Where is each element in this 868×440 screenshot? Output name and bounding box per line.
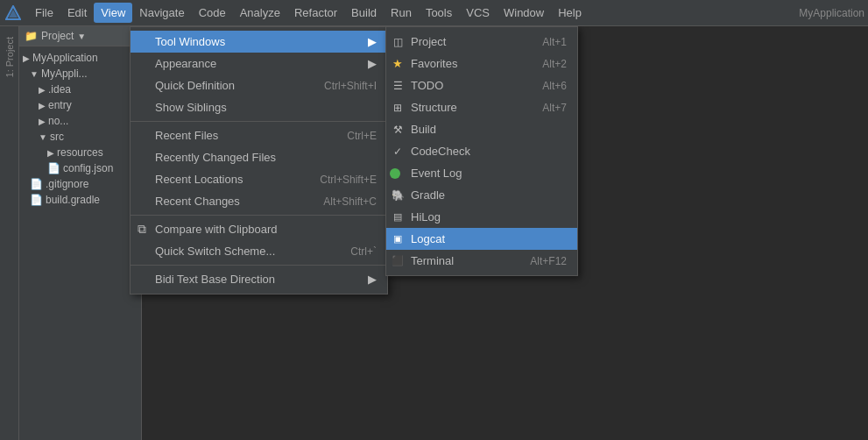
menu-item-gradle[interactable]: 🐘 Gradle bbox=[386, 184, 577, 206]
shortcut-label: Alt+F12 bbox=[512, 255, 567, 267]
app-logo bbox=[4, 4, 23, 23]
app-name: MyApplication bbox=[799, 7, 864, 19]
menu-item-hilog[interactable]: ▤ HiLog bbox=[386, 206, 577, 228]
menu-window[interactable]: Window bbox=[497, 3, 551, 23]
menu-item-favorites[interactable]: ★ Favorites Alt+2 bbox=[386, 53, 577, 75]
codecheck-icon: ✓ bbox=[390, 145, 406, 158]
shortcut-label: Ctrl+E bbox=[329, 130, 377, 142]
menu-item-terminal[interactable]: ⬛ Terminal Alt+F12 bbox=[386, 250, 577, 272]
tool-windows-submenu: ◫ Project Alt+1 ★ Favorites Alt+2 ☰ TODO… bbox=[385, 26, 578, 276]
build-icon: ⚒ bbox=[390, 124, 406, 136]
menu-separator-1 bbox=[131, 121, 387, 122]
favorites-icon: ★ bbox=[390, 57, 406, 70]
shortcut-label: Alt+7 bbox=[525, 102, 567, 114]
menu-tools[interactable]: Tools bbox=[419, 3, 459, 23]
menu-item-label: Appearance bbox=[155, 57, 216, 70]
menu-item-label: Terminal bbox=[411, 254, 454, 267]
shortcut-label: Alt+1 bbox=[525, 36, 567, 48]
menu-item-label: Project bbox=[411, 35, 446, 48]
shortcut-label: Alt+Shift+C bbox=[306, 195, 377, 208]
menu-item-quick-definition[interactable]: Quick Definition Ctrl+Shift+I bbox=[131, 75, 387, 96]
structure-icon: ⊞ bbox=[390, 102, 406, 114]
menu-item-label: Event Log bbox=[411, 167, 462, 180]
view-menu-dropdown: Tool Windows ▶ Appearance ▶ Quick Defini… bbox=[130, 26, 388, 295]
shortcut-label: Alt+2 bbox=[525, 58, 567, 70]
submenu-arrow-icon: ▶ bbox=[361, 35, 377, 48]
menu-item-label: Compare with Clipboard bbox=[155, 223, 277, 236]
menu-separator-3 bbox=[131, 265, 387, 266]
menu-item-label: Recent Locations bbox=[155, 173, 243, 186]
menu-navigate[interactable]: Navigate bbox=[132, 3, 191, 23]
menu-item-tool-windows[interactable]: Tool Windows ▶ bbox=[131, 31, 387, 53]
menu-refactor[interactable]: Refactor bbox=[287, 3, 344, 23]
menu-item-appearance[interactable]: Appearance ▶ bbox=[131, 53, 387, 75]
menu-vcs[interactable]: VCS bbox=[459, 3, 497, 23]
menu-item-recent-changes[interactable]: Recent Changes Alt+Shift+C bbox=[131, 190, 387, 212]
menu-item-event-log[interactable]: Event Log bbox=[386, 162, 577, 184]
shortcut-label: Ctrl+` bbox=[333, 245, 377, 258]
menu-item-recently-changed[interactable]: Recently Changed Files bbox=[131, 146, 387, 168]
menu-run[interactable]: Run bbox=[384, 3, 419, 23]
gradle-icon: 🐘 bbox=[390, 189, 406, 202]
menu-build[interactable]: Build bbox=[344, 3, 384, 23]
menu-file[interactable]: File bbox=[28, 3, 60, 23]
menu-item-codecheck[interactable]: ✓ CodeCheck bbox=[386, 140, 577, 162]
menu-item-label: Structure bbox=[411, 101, 457, 114]
menu-item-todo[interactable]: ☰ TODO Alt+6 bbox=[386, 75, 577, 96]
menu-item-label: Bidi Text Base Direction bbox=[155, 273, 275, 286]
submenu-arrow-icon: ▶ bbox=[361, 57, 377, 70]
menu-item-label: Favorites bbox=[411, 57, 457, 70]
compare-clipboard-icon: ⧉ bbox=[134, 222, 150, 237]
menu-item-recent-files[interactable]: Recent Files Ctrl+E bbox=[131, 124, 387, 146]
shortcut-label: Ctrl+Shift+I bbox=[307, 80, 377, 92]
menu-item-label: Show Siblings bbox=[155, 101, 227, 114]
terminal-icon: ⬛ bbox=[390, 255, 406, 266]
menu-item-show-siblings[interactable]: Show Siblings bbox=[131, 96, 387, 118]
menu-item-label: Tool Windows bbox=[155, 35, 225, 48]
menu-edit[interactable]: Edit bbox=[60, 3, 94, 23]
menubar: File Edit View Navigate Code Analyze Ref… bbox=[0, 0, 868, 26]
menu-code[interactable]: Code bbox=[192, 3, 233, 23]
menu-item-build[interactable]: ⚒ Build bbox=[386, 118, 577, 140]
todo-icon: ☰ bbox=[390, 80, 406, 92]
menu-item-label: CodeCheck bbox=[411, 145, 470, 158]
event-log-icon bbox=[390, 168, 400, 179]
hilog-icon: ▤ bbox=[390, 211, 406, 223]
menu-help[interactable]: Help bbox=[551, 3, 589, 23]
menu-item-label: HiLog bbox=[411, 210, 441, 224]
menu-item-project[interactable]: ◫ Project Alt+1 bbox=[386, 31, 577, 53]
menu-item-compare-clipboard[interactable]: ⧉ Compare with Clipboard bbox=[131, 218, 387, 240]
menu-item-logcat[interactable]: ▣ Logcat bbox=[386, 228, 577, 250]
menu-item-label: Build bbox=[411, 123, 436, 136]
dropdown-overlay: Tool Windows ▶ Appearance ▶ Quick Defini… bbox=[0, 26, 868, 440]
menu-analyze[interactable]: Analyze bbox=[233, 3, 287, 23]
menu-item-label: TODO bbox=[411, 79, 443, 92]
project-icon: ◫ bbox=[390, 36, 406, 48]
menu-item-label: Quick Definition bbox=[155, 79, 235, 92]
menu-item-label: Gradle bbox=[411, 188, 445, 202]
logcat-icon: ▣ bbox=[390, 233, 406, 245]
menu-item-recent-locations[interactable]: Recent Locations Ctrl+Shift+E bbox=[131, 168, 387, 190]
submenu-arrow-icon: ▶ bbox=[361, 273, 377, 286]
shortcut-label: Alt+6 bbox=[525, 80, 567, 92]
menu-item-label: Logcat bbox=[411, 232, 445, 245]
menu-item-structure[interactable]: ⊞ Structure Alt+7 bbox=[386, 96, 577, 118]
menu-item-label: Recent Changes bbox=[155, 195, 240, 208]
menu-item-label: Quick Switch Scheme... bbox=[155, 245, 275, 258]
menu-item-bidi-text[interactable]: Bidi Text Base Direction ▶ bbox=[131, 268, 387, 290]
menu-item-label: Recently Changed Files bbox=[155, 151, 276, 164]
shortcut-label: Ctrl+Shift+E bbox=[302, 174, 377, 186]
menu-item-label: Recent Files bbox=[155, 129, 218, 142]
menu-separator-2 bbox=[131, 215, 387, 216]
menu-item-quick-switch[interactable]: Quick Switch Scheme... Ctrl+` bbox=[131, 240, 387, 262]
menu-view[interactable]: View bbox=[94, 3, 132, 23]
